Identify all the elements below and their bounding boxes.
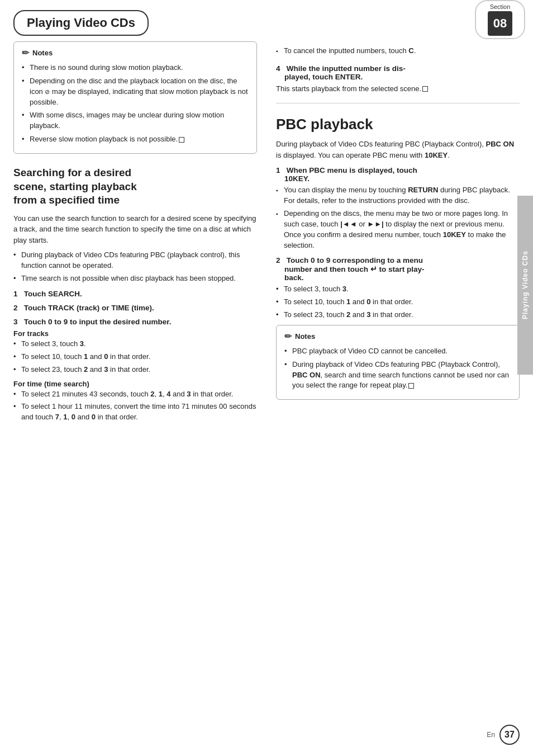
for-tracks-label: For tracks — [13, 329, 257, 338]
search-bullets: During playback of Video CDs featuring P… — [13, 250, 257, 284]
notes-item-1: There is no sound during slow motion pla… — [22, 63, 249, 73]
search-section-heading: Searching for a desiredscene, starting p… — [13, 166, 257, 207]
step2-block: 2 Touch TRACK (track) or TIME (time). — [13, 304, 257, 312]
cancel-bullet-wrapper: To cancel the inputted numbers, touch C. — [276, 46, 520, 56]
page-title: Playing Video CDs — [13, 10, 149, 36]
notes-label-top: Notes — [32, 49, 53, 57]
section-number: 08 — [488, 11, 512, 36]
pbc-step1-label: 1 When PBC menu is displayed, touch 10KE… — [276, 166, 520, 183]
track-item-3: To select 23, touch 2 and 3 in that orde… — [13, 365, 257, 375]
cancel-bullet-item: To cancel the inputted numbers, touch C. — [276, 46, 520, 56]
notes-list-top: There is no sound during slow motion pla… — [22, 63, 249, 145]
square-icon-1 — [179, 137, 184, 143]
pbc-notes-box: ✏ Notes PBC playback of Video CD cannot … — [276, 325, 520, 400]
pbc-intro: During playback of Video CDs featuring P… — [276, 139, 520, 160]
section-badge-wrapper: Section 08 — [475, 0, 525, 39]
main-content: ✏ Notes There is no sound during slow mo… — [0, 41, 533, 427]
section-oval: Section 08 — [475, 0, 525, 39]
notes-item-2: Depending on the disc and the playback l… — [22, 76, 249, 108]
square-icon-3 — [408, 383, 414, 389]
notes-pencil-icon: ✏ — [22, 48, 29, 58]
page-number: 37 — [499, 725, 520, 745]
pbc-step2-bullet-3: To select 23, touch 2 and 3 in that orde… — [276, 310, 520, 320]
pbc-step2-bullet-2: To select 10, touch 1 and 0 in that orde… — [276, 297, 520, 308]
sidebar-vertical-label: Playing Video CDs — [517, 196, 533, 375]
pbc-step2-bullet-1: To select 3, touch 3. — [276, 284, 520, 295]
pbc-note-2: During playback of Video CDs featuring P… — [284, 360, 511, 391]
for-time-list: To select 21 minutes 43 seconds, touch 2… — [13, 389, 257, 423]
search-bullet-2: Time search is not possible when disc pl… — [13, 273, 257, 284]
pbc-note-1: PBC playback of Video CD cannot be cance… — [284, 346, 511, 357]
search-bullet-1: During playback of Video CDs featuring P… — [13, 250, 257, 271]
pbc-step2-label: 2 Touch 0 to 9 corresponding to a menu n… — [276, 256, 520, 282]
for-tracks-list: To select 3, touch 3. To select 10, touc… — [13, 339, 257, 375]
notes-box-top: ✏ Notes There is no sound during slow mo… — [13, 41, 257, 154]
step2-label: 2 Touch TRACK (track) or TIME (time). — [13, 304, 257, 312]
step4-text: This starts playback from the selected s… — [276, 83, 520, 94]
section-label: Section — [490, 3, 511, 10]
pbc-notes-pencil-icon: ✏ — [284, 331, 292, 342]
pbc-step1-bullets: You can display the menu by touching RET… — [276, 185, 520, 251]
search-intro: You can use the search function to searc… — [13, 213, 257, 246]
step1-block: 1 Touch SEARCH. — [13, 290, 257, 298]
pbc-notes-header: ✏ Notes — [284, 331, 511, 342]
square-icon-2 — [422, 86, 428, 92]
footer: En 37 — [487, 725, 520, 745]
step3-block: 3 Touch 0 to 9 to input the desired numb… — [13, 318, 257, 423]
cancel-bullet-list: To cancel the inputted numbers, touch C. — [276, 46, 520, 56]
step4-block: 4 While the inputted number is dis- play… — [276, 64, 520, 94]
left-column: ✏ Notes There is no sound during slow mo… — [13, 41, 270, 427]
notes-item-3: With some discs, images may be unclear d… — [22, 110, 249, 131]
page-header: Playing Video CDs Section 08 — [0, 0, 533, 36]
pbc-step1-block: 1 When PBC menu is displayed, touch 10KE… — [276, 166, 520, 251]
pbc-heading: PBC playback — [276, 116, 520, 133]
pbc-notes-label: Notes — [295, 332, 315, 341]
step1-label: 1 Touch SEARCH. — [13, 290, 257, 298]
notes-item-4: Reverse slow motion playback is not poss… — [22, 134, 249, 145]
time-item-1: To select 21 minutes 43 seconds, touch 2… — [13, 389, 257, 400]
track-item-2: To select 10, touch 1 and 0 in that orde… — [13, 352, 257, 362]
right-column: To cancel the inputted numbers, touch C.… — [270, 41, 520, 427]
track-item-1: To select 3, touch 3. — [13, 339, 257, 349]
pbc-step1-bullet-1: You can display the menu by touching RET… — [276, 185, 520, 206]
step3-label: 3 Touch 0 to 9 to input the desired numb… — [13, 318, 257, 326]
pbc-step1-bullet-2: Depending on the discs, the menu may be … — [276, 209, 520, 251]
notes-header-top: ✏ Notes — [22, 48, 249, 58]
step4-label: 4 While the inputted number is dis- play… — [276, 64, 520, 81]
divider-1 — [276, 103, 520, 103]
for-time-label: For time (time search) — [13, 380, 257, 388]
time-item-2: To select 1 hour 11 minutes, convert the… — [13, 401, 257, 423]
pbc-step2-bullets: To select 3, touch 3. To select 10, touc… — [276, 284, 520, 320]
en-label: En — [487, 731, 495, 739]
pbc-step2-block: 2 Touch 0 to 9 corresponding to a menu n… — [276, 256, 520, 320]
pbc-notes-list: PBC playback of Video CD cannot be cance… — [284, 346, 511, 391]
